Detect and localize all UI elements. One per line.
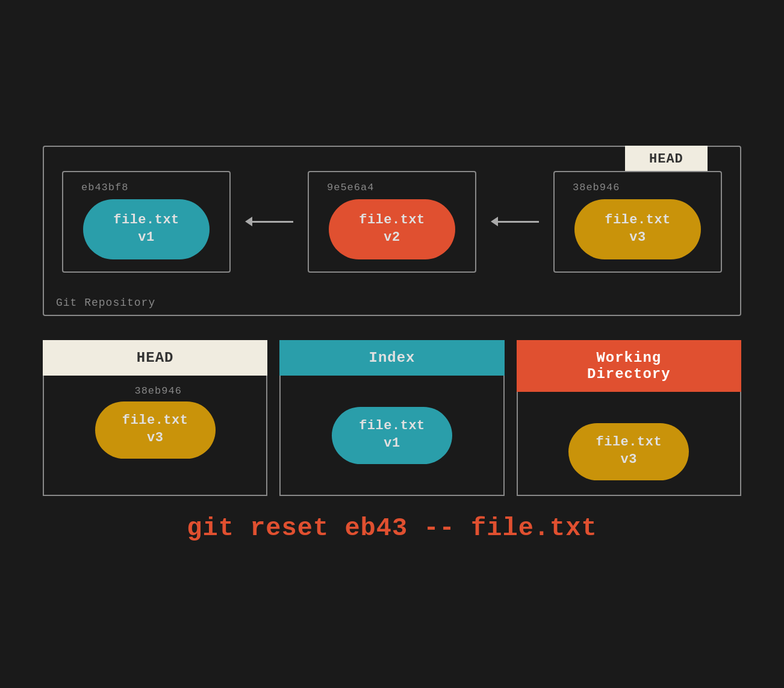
- lower-working-blob-text: file.txtv3: [596, 434, 662, 468]
- commit-blob-text-1: file.txtv1: [113, 212, 179, 246]
- commit-box-3: 38eb946 file.txtv3: [553, 171, 722, 273]
- lower-head-header: HEAD: [43, 340, 267, 376]
- lower-section: HEAD 38eb946 file.txtv3 Index file.txtv1: [43, 340, 741, 543]
- lower-working-blob: file.txtv3: [568, 423, 689, 480]
- lower-boxes-row: HEAD 38eb946 file.txtv3 Index file.txtv1: [43, 340, 741, 496]
- repo-label: Git Repository: [56, 297, 155, 309]
- lower-head-blob: file.txtv3: [95, 401, 216, 459]
- lower-head-hash: 38eb946: [134, 385, 181, 397]
- commit-blob-1: file.txtv1: [83, 199, 210, 259]
- lower-working-header: Working Directory: [517, 340, 741, 392]
- head-label: HEAD: [625, 146, 708, 173]
- commit-blob-text-3: file.txtv3: [605, 212, 671, 246]
- commit-box-2: 9e5e6a4 file.txtv2: [308, 171, 476, 273]
- lower-index-wrapper: Index file.txtv1: [279, 340, 504, 496]
- lower-index-blob: file.txtv1: [332, 407, 452, 464]
- lower-index-blob-text: file.txtv1: [359, 418, 425, 452]
- commits-row: eb43bf8 file.txtv1 9e5e6a4 file.txtv2: [62, 171, 722, 303]
- lower-index-content: file.txtv1: [279, 376, 504, 496]
- lower-working-content: file.txtv3: [517, 392, 741, 496]
- lower-head-blob-text: file.txtv3: [122, 412, 188, 447]
- git-repository-box: HEAD master eb43bf8 file.txtv1 9e5e6a4: [43, 146, 741, 316]
- commit-hash-2: 9e5e6a4: [327, 182, 374, 193]
- lower-working-wrapper: Working Directory file.txtv3: [517, 340, 741, 496]
- commit-box-1: eb43bf8 file.txtv1: [62, 171, 231, 273]
- commit-blob-3: file.txtv3: [574, 199, 701, 259]
- arrow-3-to-2: [491, 217, 539, 226]
- commit-hash-3: 38eb946: [573, 182, 620, 193]
- commit-blob-text-2: file.txtv2: [359, 212, 425, 246]
- lower-index-header: Index: [279, 340, 504, 376]
- arrow-line-2: [498, 221, 539, 223]
- commit-hash-1: eb43bf8: [81, 182, 128, 193]
- git-command: git reset eb43 -- file.txt: [43, 514, 741, 543]
- lower-head-content: 38eb946 file.txtv3: [43, 376, 267, 496]
- arrow-head-left-1: [245, 217, 252, 226]
- lower-head-wrapper: HEAD 38eb946 file.txtv3: [43, 340, 267, 496]
- arrow-2-to-1: [245, 217, 293, 226]
- arrow-head-left-2: [491, 217, 498, 226]
- main-container: HEAD master eb43bf8 file.txtv1 9e5e6a4: [43, 146, 741, 543]
- commit-blob-2: file.txtv2: [329, 199, 455, 259]
- arrow-line-1: [252, 221, 293, 223]
